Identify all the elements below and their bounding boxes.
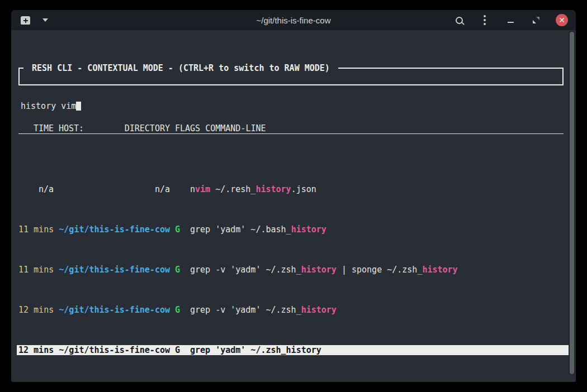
text-cursor [76, 102, 81, 111]
row-command: grep -v 'yadm' ~/.zsh_history | sponge ~… [190, 265, 564, 275]
scrollbar-thumb[interactable] [570, 32, 574, 374]
history-row[interactable]: 11 mins ~/git/this-is-fine-cow G grep 'y… [18, 224, 564, 235]
row-flags: G [175, 265, 180, 275]
minimize-icon [508, 22, 514, 23]
search-icon [456, 17, 463, 24]
history-row[interactable]: 12 mins ~/git/this-is-fine-cow G grep -v… [18, 305, 564, 315]
search-input[interactable]: history vim [21, 101, 76, 111]
history-list: n/a n/a nvim ~/.resh_history.json 11 min… [18, 164, 564, 382]
menu-button[interactable] [479, 14, 491, 26]
row-flags: G [175, 345, 180, 355]
kebab-menu-icon [484, 15, 486, 25]
minimize-button[interactable] [504, 14, 517, 26]
row-time: 12 mins [18, 305, 54, 315]
row-flags: G [175, 305, 180, 315]
scrollbar-track[interactable] [569, 31, 575, 375]
row-time: n/a [18, 184, 54, 194]
close-button[interactable]: ✕ [556, 14, 568, 26]
restore-button[interactable] [530, 14, 542, 26]
new-tab-button[interactable] [19, 14, 31, 26]
terminal-window: ~/git/this-is-fine-cow ✕ RESH CLI - CONT… [11, 10, 576, 382]
new-tab-icon [21, 16, 30, 25]
chevron-down-icon [42, 18, 48, 22]
row-time: 11 mins [18, 224, 54, 235]
row-time: 11 mins [18, 265, 54, 275]
close-icon: ✕ [558, 16, 565, 24]
row-directory: ~/git/this-is-fine-cow [59, 265, 170, 275]
search-button[interactable] [453, 14, 465, 26]
row-time: 12 mins [18, 345, 54, 355]
terminal-body: RESH CLI - CONTEXTUAL MODE - (CTRL+R to … [11, 30, 576, 382]
row-directory: ~/git/this-is-fine-cow [59, 345, 170, 355]
row-command: grep 'yadm' ~/.bash_history [190, 224, 564, 235]
row-command: grep -v 'yadm' ~/.zsh_history [190, 305, 564, 315]
row-directory: ~/git/this-is-fine-cow [59, 305, 170, 315]
titlebar: ~/git/this-is-fine-cow ✕ [11, 10, 576, 30]
history-row[interactable]: n/a n/a nvim ~/.resh_history.json [18, 184, 564, 194]
restore-icon [533, 17, 539, 23]
search-box-label: RESH CLI - CONTEXTUAL MODE - (CTRL+R to … [23, 63, 338, 73]
row-command: nvim ~/.resh_history.json [190, 184, 564, 194]
history-row[interactable]: 11 mins ~/git/this-is-fine-cow G grep -v… [18, 265, 564, 275]
row-flags: G [175, 224, 180, 235]
row-command: grep 'yadm' ~/.zsh_history [190, 345, 564, 355]
row-directory: ~/git/this-is-fine-cow [59, 224, 170, 235]
row-flags [175, 184, 180, 194]
tab-list-button[interactable] [39, 14, 51, 26]
history-row[interactable]: 12 mins ~/git/this-is-fine-cow G grep 'y… [17, 345, 569, 355]
row-directory: n/a [59, 184, 170, 194]
search-box[interactable]: RESH CLI - CONTEXTUAL MODE - (CTRL+R to … [18, 68, 564, 85]
